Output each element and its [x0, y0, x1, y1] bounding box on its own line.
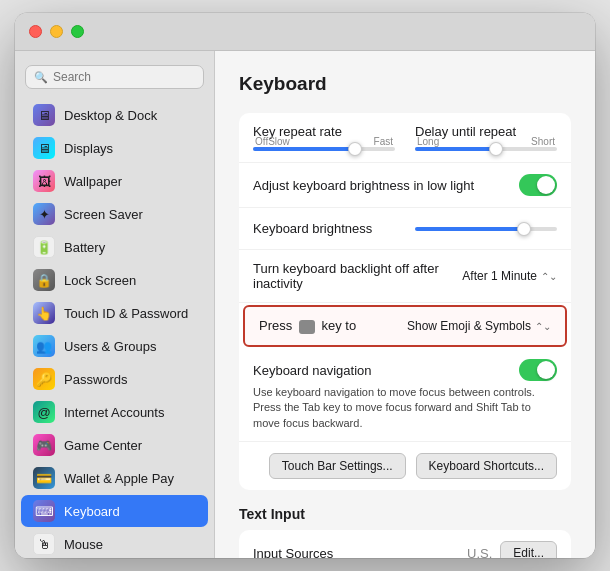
sidebar-item-displays[interactable]: 🖥Displays — [21, 132, 208, 164]
press-key-label: Press key to — [259, 318, 407, 334]
sidebar-item-passwords[interactable]: 🔑Passwords — [21, 363, 208, 395]
brightness-thumb[interactable] — [517, 222, 531, 236]
adjust-brightness-row: Adjust keyboard brightness in low light — [239, 163, 571, 208]
screen-saver-icon: ✦ — [33, 203, 55, 225]
keyboard-nav-label: Keyboard navigation — [253, 363, 372, 378]
sidebar-item-touch-id[interactable]: 👆Touch ID & Password — [21, 297, 208, 329]
input-sources-label: Input Sources — [253, 546, 467, 558]
displays-label: Displays — [64, 141, 113, 156]
sidebar-item-lock-screen[interactable]: 🔒Lock Screen — [21, 264, 208, 296]
text-input-group: Input Sources U.S. Edit... Text Replacem… — [239, 530, 571, 558]
internet-label: Internet Accounts — [64, 405, 164, 420]
sidebar-items-list: 🖥Desktop & Dock🖥Displays🖼Wallpaper✦Scree… — [15, 99, 214, 558]
users-label: Users & Groups — [64, 339, 156, 354]
wallet-label: Wallet & Apple Pay — [64, 471, 174, 486]
users-icon: 👥 — [33, 335, 55, 357]
keyboard-label: Keyboard — [64, 504, 120, 519]
press-key-dropdown-arrow: ⌃⌄ — [535, 321, 551, 332]
press-key-value[interactable]: Show Emoji & Symbols ⌃⌄ — [407, 319, 551, 333]
lock-screen-icon: 🔒 — [33, 269, 55, 291]
sidebar-item-screen-saver[interactable]: ✦Screen Saver — [21, 198, 208, 230]
delay-repeat-thumb[interactable] — [489, 142, 503, 156]
button-row: Touch Bar Settings... Keyboard Shortcuts… — [239, 442, 571, 490]
wallpaper-icon: 🖼 — [33, 170, 55, 192]
keyboard-icon: ⌨ — [33, 500, 55, 522]
passwords-icon: 🔑 — [33, 368, 55, 390]
input-sources-value: U.S. — [467, 546, 492, 558]
sidebar-item-keyboard[interactable]: ⌨Keyboard — [21, 495, 208, 527]
search-box[interactable]: 🔍 — [25, 65, 204, 89]
game-center-label: Game Center — [64, 438, 142, 453]
keyboard-shortcuts-button[interactable]: Keyboard Shortcuts... — [416, 453, 557, 479]
touch-id-icon: 👆 — [33, 302, 55, 324]
edit-button[interactable]: Edit... — [500, 541, 557, 558]
battery-icon: 🔋 — [33, 236, 55, 258]
internet-icon: @ — [33, 401, 55, 423]
desktop-dock-icon: 🖥 — [33, 104, 55, 126]
sidebar-item-game-center[interactable]: 🎮Game Center — [21, 429, 208, 461]
battery-label: Battery — [64, 240, 105, 255]
turn-off-backlight-row: Turn keyboard backlight off after inacti… — [239, 250, 571, 303]
mouse-icon: 🖱 — [33, 533, 55, 555]
keyboard-brightness-label: Keyboard brightness — [253, 221, 395, 236]
lock-screen-label: Lock Screen — [64, 273, 136, 288]
touch-bar-settings-button[interactable]: Touch Bar Settings... — [269, 453, 406, 479]
press-key-row: Press key to Show Emoji & Symbols ⌃⌄ — [243, 305, 567, 347]
fn-key-icon — [299, 320, 315, 334]
adjust-brightness-label: Adjust keyboard brightness in low light — [253, 178, 519, 193]
settings-window: 🔍 🖥Desktop & Dock🖥Displays🖼Wallpaper✦Scr… — [15, 13, 595, 558]
key-repeat-group: Key repeat rate Off Slow Fast — [239, 113, 571, 490]
wallet-icon: 💳 — [33, 467, 55, 489]
turn-off-backlight-label: Turn keyboard backlight off after inacti… — [253, 261, 462, 291]
titlebar — [15, 13, 595, 51]
mouse-label: Mouse — [64, 537, 103, 552]
keyboard-nav-desc: Use keyboard navigation to move focus be… — [253, 385, 557, 431]
keyboard-nav-toggle[interactable] — [519, 359, 557, 381]
adjust-brightness-toggle[interactable] — [519, 174, 557, 196]
passwords-label: Passwords — [64, 372, 128, 387]
text-input-title: Text Input — [239, 506, 571, 522]
page-title: Keyboard — [239, 73, 571, 95]
sidebar-item-desktop-dock[interactable]: 🖥Desktop & Dock — [21, 99, 208, 131]
keyboard-brightness-row: Keyboard brightness — [239, 208, 571, 250]
key-repeat-label: Key repeat rate Off Slow Fast — [253, 124, 395, 151]
desktop-dock-label: Desktop & Dock — [64, 108, 157, 123]
sidebar-item-battery[interactable]: 🔋Battery — [21, 231, 208, 263]
main-content: Keyboard Key repeat rate Off Slow Fast — [215, 51, 595, 558]
sidebar-item-wallet[interactable]: 💳Wallet & Apple Pay — [21, 462, 208, 494]
press-key-container: Press key to Show Emoji & Symbols ⌃⌄ — [243, 305, 567, 347]
touch-id-label: Touch ID & Password — [64, 306, 188, 321]
screen-saver-label: Screen Saver — [64, 207, 143, 222]
sidebar: 🔍 🖥Desktop & Dock🖥Displays🖼Wallpaper✦Scr… — [15, 51, 215, 558]
search-input[interactable] — [53, 70, 195, 84]
input-sources-row: Input Sources U.S. Edit... — [239, 530, 571, 558]
delay-until-repeat-label: Delay until repeat Long Short — [415, 124, 557, 151]
sidebar-item-mouse[interactable]: 🖱Mouse — [21, 528, 208, 558]
key-repeat-row: Key repeat rate Off Slow Fast — [239, 113, 571, 163]
sidebar-item-users[interactable]: 👥Users & Groups — [21, 330, 208, 362]
wallpaper-label: Wallpaper — [64, 174, 122, 189]
keyboard-nav-row: Keyboard navigation Use keyboard navigat… — [239, 349, 571, 442]
search-icon: 🔍 — [34, 71, 48, 84]
game-center-icon: 🎮 — [33, 434, 55, 456]
key-repeat-thumb[interactable] — [348, 142, 362, 156]
minimize-button[interactable] — [50, 25, 63, 38]
displays-icon: 🖥 — [33, 137, 55, 159]
window-content: 🔍 🖥Desktop & Dock🖥Displays🖼Wallpaper✦Scr… — [15, 51, 595, 558]
maximize-button[interactable] — [71, 25, 84, 38]
turn-off-value[interactable]: After 1 Minute ⌃⌄ — [462, 269, 557, 283]
sidebar-item-wallpaper[interactable]: 🖼Wallpaper — [21, 165, 208, 197]
dropdown-arrow: ⌃⌄ — [541, 271, 557, 282]
close-button[interactable] — [29, 25, 42, 38]
sidebar-item-internet[interactable]: @Internet Accounts — [21, 396, 208, 428]
